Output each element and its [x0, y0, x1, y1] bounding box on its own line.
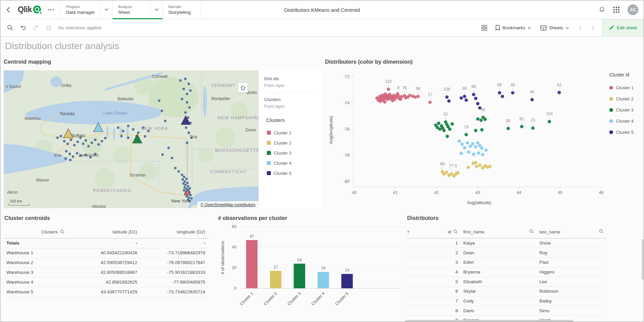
map-canvas[interactable]: n SoundOrilliaCornwallVERMONTBerlinMontp…: [4, 70, 258, 208]
bookmarks-button[interactable]: Bookmarks: [491, 19, 536, 36]
map-point[interactable]: [164, 120, 167, 122]
scatter-point[interactable]: [472, 93, 475, 96]
scatter-point[interactable]: [445, 135, 449, 138]
scatter-point[interactable]: [479, 119, 483, 122]
field-cell[interactable]: 2: [405, 248, 461, 258]
selections-tool-button[interactable]: [4, 22, 16, 34]
search-icon[interactable]: [599, 229, 604, 234]
scatter-point[interactable]: [438, 128, 441, 131]
scatter-point[interactable]: [480, 147, 484, 150]
field-cell[interactable]: Dean: [461, 248, 537, 258]
scatter-point[interactable]: [445, 95, 449, 99]
map-point[interactable]: [56, 136, 59, 139]
dimension-cell[interactable]: Warehouse 4: [4, 277, 67, 287]
scatter-point[interactable]: [471, 142, 474, 146]
scatter-point[interactable]: [428, 101, 432, 104]
table-row[interactable]: Warehouse 543.436770771429-73.7346226357…: [4, 287, 208, 297]
map-point[interactable]: [187, 131, 190, 134]
scatter-point[interactable]: [506, 127, 510, 130]
step-back-button[interactable]: [16, 22, 29, 34]
map-point[interactable]: [181, 173, 183, 176]
qlik-logo[interactable]: Qlik: [16, 0, 44, 19]
scatter-point[interactable]: [474, 129, 477, 132]
table-row[interactable]: 1KaiyaSnow: [405, 238, 606, 248]
legend-item[interactable]: Cluster 4: [264, 158, 323, 168]
map-layer-clusters[interactable]: Clusters Point layer: [264, 96, 323, 110]
map-point[interactable]: [181, 178, 184, 181]
app-objects-button[interactable]: [478, 22, 491, 34]
map-point[interactable]: [84, 139, 87, 142]
legend-item[interactable]: Cluster 3: [264, 148, 323, 158]
scatter-point[interactable]: [481, 153, 485, 156]
more-menu-button[interactable]: [44, 0, 58, 19]
map-point[interactable]: [137, 131, 140, 134]
legend-item[interactable]: Cluster 1: [264, 128, 323, 138]
map-point[interactable]: [174, 167, 177, 169]
avatar[interactable]: AC: [628, 4, 638, 15]
dimension-cell[interactable]: Warehouse 1: [4, 248, 67, 258]
legend-item[interactable]: Cluster 1: [609, 82, 634, 93]
map-point[interactable]: [101, 140, 103, 142]
map-point[interactable]: [181, 98, 183, 100]
back-button[interactable]: [0, 0, 16, 19]
map-point[interactable]: [184, 111, 187, 114]
field-cell[interactable]: Robinson: [537, 286, 606, 296]
scatter-point[interactable]: [520, 125, 524, 128]
column-header-latitude[interactable]: latitude (D1): [67, 226, 140, 238]
map-point[interactable]: [70, 138, 72, 141]
scatter-point[interactable]: [475, 165, 478, 168]
table-row[interactable]: 6SkylarRobinson: [405, 286, 606, 296]
field-cell[interactable]: Bailey: [537, 296, 606, 306]
scatter-point[interactable]: [484, 149, 488, 152]
map-point[interactable]: [117, 126, 119, 129]
map-point[interactable]: [144, 135, 146, 138]
scatter-canvas[interactable]: 40414243444546-72-74-76-78-80Avg(latitud…: [325, 59, 608, 210]
scatter-point[interactable]: [456, 171, 460, 174]
scatter-point[interactable]: [474, 97, 477, 100]
field-cell[interactable]: 5: [405, 277, 461, 287]
table-row[interactable]: Warehouse 242.590538729412-79.0678892176…: [4, 258, 208, 267]
field-cell[interactable]: 6: [405, 286, 461, 296]
map-point[interactable]: [183, 175, 185, 178]
column-header-id[interactable]: id: [405, 226, 461, 238]
map-point[interactable]: [120, 135, 123, 137]
field-cell[interactable]: Skylar: [461, 286, 537, 296]
bar[interactable]: [342, 274, 353, 288]
map-point[interactable]: [97, 143, 100, 146]
scatter-point[interactable]: [530, 98, 534, 101]
scatter-point[interactable]: [408, 94, 412, 97]
edit-sheet-button[interactable]: Edit sheet: [602, 19, 644, 36]
map-point[interactable]: [73, 144, 76, 147]
map-point[interactable]: [69, 159, 72, 161]
field-cell[interactable]: Bryanna: [461, 267, 537, 277]
map-point[interactable]: [158, 99, 160, 102]
scatter-point[interactable]: [447, 173, 451, 177]
map-point[interactable]: [127, 136, 130, 139]
centroid-table[interactable]: Clusterslatitude (D1)longitude (D2)Total…: [4, 226, 208, 297]
column-header-longitude[interactable]: longitude (D2): [140, 226, 208, 238]
map-home-button[interactable]: [238, 83, 248, 93]
scatter-point[interactable]: [437, 122, 440, 125]
dimension-cell[interactable]: Warehouse 2: [4, 258, 67, 267]
scatter-point[interactable]: [448, 128, 452, 131]
map-point[interactable]: [184, 184, 187, 186]
scatter-point[interactable]: [451, 122, 454, 126]
field-cell[interactable]: Kaiya: [461, 238, 537, 248]
distributors-table[interactable]: idfirst_namelast_name1KaiyaSnow2DeanRoy3…: [405, 226, 644, 322]
map-point[interactable]: [65, 150, 68, 153]
scatter-point[interactable]: [387, 88, 390, 91]
scatter-point[interactable]: [474, 145, 477, 149]
scatter-point[interactable]: [465, 98, 468, 102]
dimension-cell[interactable]: Warehouse 5: [4, 287, 67, 297]
map-point[interactable]: [186, 93, 188, 95]
scatter-point[interactable]: [447, 99, 451, 103]
scatter-point[interactable]: [460, 96, 463, 100]
table-row[interactable]: 7CodyBailey: [405, 296, 606, 306]
map-point[interactable]: [182, 88, 185, 90]
scatter-point[interactable]: [458, 139, 461, 143]
scatter-point[interactable]: [472, 153, 475, 156]
map-point[interactable]: [64, 157, 67, 160]
scatter-point[interactable]: [511, 91, 514, 94]
field-cell[interactable]: Higgins: [537, 267, 606, 277]
map-point[interactable]: [185, 126, 187, 129]
